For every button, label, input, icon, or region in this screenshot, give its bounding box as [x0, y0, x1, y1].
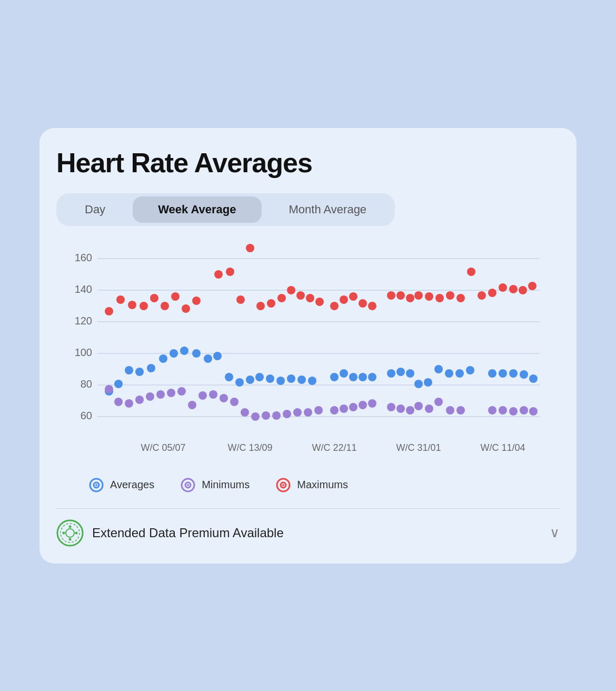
max-dot [256, 302, 265, 310]
max-dot [499, 283, 507, 292]
premium-left: Extended Data Premium Available [56, 519, 284, 547]
max-dot [226, 268, 234, 276]
min-dot [488, 406, 496, 414]
avg-dot [445, 369, 453, 378]
svg-text:W/C 05/07: W/C 05/07 [141, 442, 185, 453]
min-dot [114, 398, 123, 406]
max-dot [359, 299, 367, 308]
avg-dot [246, 376, 254, 384]
tab-month-average[interactable]: Month Average [264, 196, 392, 223]
avg-dot [235, 378, 244, 387]
legend-minimums-label: Minimums [202, 479, 250, 491]
avg-dot [170, 349, 178, 358]
max-dot [414, 291, 423, 300]
main-card: Heart Rate Averages Day Week Average Mon… [39, 128, 577, 564]
maximums-icon [275, 477, 292, 493]
avg-dot [147, 364, 155, 372]
premium-banner[interactable]: Extended Data Premium Available ∨ [56, 508, 560, 547]
max-dot [528, 282, 536, 290]
min-dot [314, 406, 323, 414]
avg-dot [340, 369, 348, 378]
max-dot [116, 295, 125, 304]
max-dot [287, 286, 295, 294]
averages-icon [88, 477, 105, 493]
min-dot [349, 403, 357, 411]
max-dot [509, 285, 518, 293]
avg-dot [387, 369, 395, 378]
min-dot [509, 407, 518, 416]
avg-dot [529, 374, 538, 383]
min-dot [446, 406, 454, 414]
min-dot [209, 390, 217, 399]
avg-dot [434, 365, 443, 373]
svg-point-25 [282, 484, 284, 486]
max-dot [306, 294, 314, 302]
max-dot [349, 292, 357, 301]
max-dot [246, 244, 254, 252]
max-dot [330, 302, 339, 310]
avg-dot [466, 366, 474, 374]
tab-day[interactable]: Day [59, 196, 131, 223]
max-dot [456, 294, 465, 302]
min-dot [340, 404, 348, 413]
max-dot [519, 286, 527, 294]
svg-point-29 [69, 525, 72, 528]
max-dot [192, 297, 201, 305]
max-dot [182, 304, 190, 313]
tab-week-average[interactable]: Week Average [133, 196, 261, 223]
min-dot [456, 406, 465, 414]
svg-text:120: 120 [75, 315, 92, 327]
min-dot [293, 408, 302, 417]
page-title: Heart Rate Averages [56, 147, 560, 179]
avg-dot [488, 369, 496, 378]
avg-dot [520, 370, 528, 379]
avg-dot [424, 378, 432, 387]
avg-dot [135, 368, 144, 376]
min-dot [135, 396, 144, 404]
avg-dot [125, 366, 133, 374]
legend-maximums: Maximums [275, 477, 348, 493]
min-dot [230, 398, 239, 406]
avg-dot [287, 374, 295, 383]
max-dot [140, 302, 148, 310]
avg-dot [396, 368, 405, 376]
minimums-icon [180, 477, 196, 493]
chart-legend: Averages Minimums Maximums [56, 477, 560, 493]
min-dot [304, 408, 312, 417]
max-dot [446, 291, 454, 300]
avg-dot [159, 354, 167, 363]
avg-dot [368, 373, 376, 381]
premium-icon [56, 519, 84, 547]
max-dot [368, 302, 376, 310]
avg-dot [266, 374, 274, 383]
min-dot [251, 412, 260, 421]
svg-text:W/C 31/01: W/C 31/01 [396, 442, 441, 453]
avg-dot [308, 377, 316, 385]
max-dot [396, 291, 405, 300]
min-dot [283, 410, 291, 418]
min-dot [272, 411, 281, 420]
max-dot [478, 291, 486, 300]
tab-bar: Day Week Average Month Average [56, 193, 395, 226]
avg-dot [276, 377, 285, 385]
svg-point-26 [57, 520, 83, 546]
min-dot [241, 408, 249, 417]
legend-averages-label: Averages [110, 479, 154, 491]
avg-dot [330, 373, 339, 381]
svg-text:140: 140 [75, 283, 92, 295]
min-dot [167, 389, 175, 397]
max-dot [467, 268, 475, 276]
avg-dot [414, 380, 423, 388]
svg-text:100: 100 [75, 347, 92, 358]
avg-dot [213, 352, 222, 360]
max-dot [214, 270, 223, 279]
min-dot [368, 399, 376, 408]
max-dot [267, 299, 275, 308]
avg-dot [297, 376, 306, 384]
svg-point-28 [66, 529, 74, 537]
max-dot [488, 289, 496, 297]
chart-area: 160 140 120 100 80 60 W/C 05/07 W/C 13/0… [56, 243, 560, 464]
min-dot [520, 406, 528, 414]
avg-dot [180, 347, 188, 355]
chevron-down-icon[interactable]: ∨ [550, 525, 560, 541]
